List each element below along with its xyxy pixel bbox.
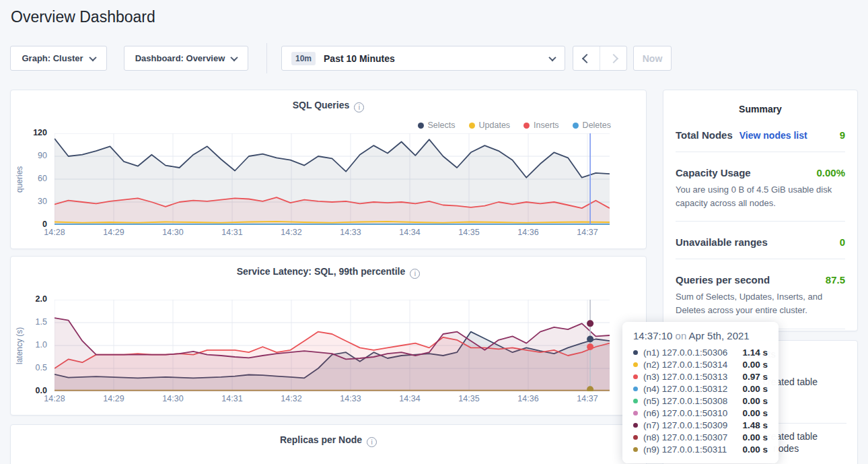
time-range-dropdown[interactable]: 10m Past 10 Minutes — [281, 46, 565, 71]
node-address: (n2) 127.0.0.1:50314 — [643, 360, 727, 370]
node-address: (n5) 127.0.0.1:50308 — [643, 396, 727, 406]
capacity-usage-row: Capacity Usage 0.00% — [676, 167, 845, 178]
x-tick-label: 14:34 — [390, 394, 430, 403]
x-tick-label: 14:34 — [390, 228, 430, 237]
total-nodes-label: Total Nodes — [676, 129, 733, 141]
y-tick-label: 90 — [38, 151, 47, 160]
x-axis-ticks: 14:2814:2914:3014:3114:3214:3314:3414:35… — [55, 394, 610, 405]
node-latency-value: 0.00 s — [742, 444, 768, 455]
x-tick-label: 14:33 — [330, 228, 371, 237]
chart-hover-tooltip: 14:37:10 on Apr 5th, 2021 (n1) 127.0.0.1… — [622, 322, 779, 463]
time-range-label: Past 10 Minutes — [324, 53, 395, 64]
node-address: (n9) 127.0.0.1:50311 — [643, 444, 727, 455]
info-icon[interactable]: i — [410, 269, 420, 279]
x-tick-label: 14:32 — [271, 228, 312, 237]
tooltip-node-row: (n1) 127.0.0.1:503061.14 s — [633, 346, 768, 358]
now-button-label: Now — [643, 53, 663, 64]
unavailable-ranges-value: 0 — [840, 236, 845, 248]
legend-dot — [469, 123, 475, 129]
node-latency-value: 0.00 s — [742, 396, 768, 406]
node-color-dot — [633, 399, 638, 403]
chevron-right-icon — [608, 53, 618, 63]
x-tick-label: 14:36 — [508, 228, 548, 237]
node-color-dot — [633, 362, 638, 367]
node-latency-value: 0.00 s — [742, 432, 768, 442]
x-tick-label: 14:28 — [34, 394, 75, 403]
node-address: (n6) 127.0.0.1:50310 — [643, 408, 727, 418]
legend-item-inserts[interactable]: Inserts — [523, 121, 559, 130]
tooltip-node-row: (n9) 127.0.0.1:503110.00 s — [633, 443, 768, 455]
node-color-dot — [633, 423, 638, 428]
x-tick-label: 14:29 — [94, 228, 134, 237]
queries-per-second-label: Queries per second — [676, 274, 770, 286]
time-forward-button[interactable] — [600, 46, 626, 70]
node-color-dot — [633, 374, 638, 379]
x-tick-label: 14:31 — [212, 394, 252, 403]
service-latency-chart[interactable] — [55, 300, 610, 391]
info-icon[interactable]: i — [367, 437, 377, 447]
y-axis-ticks: 0.00.51.01.52.0 — [28, 300, 51, 391]
y-tick-label: 30 — [38, 197, 47, 206]
dashboard-dropdown[interactable]: Dashboard: Overview — [124, 46, 248, 71]
y-axis-ticks: 0306090120 — [28, 133, 51, 225]
legend-label: Updates — [479, 121, 511, 130]
divider — [676, 221, 845, 222]
tooltip-node-row: (n4) 127.0.0.1:503120.00 s — [633, 383, 768, 395]
x-tick-label: 14:30 — [153, 228, 193, 237]
x-tick-label: 14:35 — [449, 394, 489, 403]
node-color-dot — [633, 350, 638, 355]
total-nodes-value: 9 — [840, 129, 845, 141]
legend-item-deletes[interactable]: Deletes — [573, 121, 611, 130]
chevron-down-icon — [89, 53, 96, 61]
overview-dashboard-page: Overview Dashboard Graph: Cluster Dashbo… — [0, 0, 868, 464]
graph-dropdown[interactable]: Graph: Cluster — [10, 46, 107, 71]
dashboard-dropdown-label: Dashboard: Overview — [135, 53, 225, 63]
node-address: (n7) 127.0.0.1:50309 — [643, 420, 727, 430]
tooltip-node-row: (n2) 127.0.0.1:503140.00 s — [633, 358, 768, 370]
node-color-dot — [633, 387, 638, 391]
tooltip-timestamp: 14:37:10 on Apr 5th, 2021 — [633, 330, 768, 341]
node-latency-value: 0.97 s — [742, 372, 768, 382]
legend-item-updates[interactable]: Updates — [469, 121, 511, 130]
x-tick-label: 14:33 — [330, 394, 371, 403]
total-nodes-row: Total Nodes View nodes list 9 — [676, 129, 845, 141]
legend-item-selects[interactable]: Selects — [418, 121, 456, 130]
chart-title-text: SQL Queries — [293, 100, 350, 110]
x-tick-label: 14:31 — [212, 228, 252, 237]
x-tick-label: 14:37 — [567, 394, 608, 403]
info-icon[interactable]: i — [354, 102, 364, 112]
now-button[interactable]: Now — [633, 46, 672, 71]
x-tick-label: 14:35 — [449, 228, 489, 237]
y-tick-label: 1.0 — [36, 340, 47, 350]
tooltip-on-word: on — [676, 330, 687, 341]
queries-per-second-description: Sum of Selects, Updates, Inserts, and De… — [676, 290, 845, 317]
tooltip-time: 14:37:10 — [633, 330, 672, 341]
y-axis-unit: queries — [15, 133, 24, 225]
view-nodes-list-link[interactable]: View nodes list — [739, 130, 807, 141]
sql-queries-plot[interactable] — [55, 133, 610, 225]
x-tick-label: 14:32 — [271, 394, 312, 403]
tooltip-node-rows: (n1) 127.0.0.1:503061.14 s(n2) 127.0.0.1… — [633, 346, 768, 455]
unavailable-ranges-row: Unavailable ranges 0 — [676, 236, 845, 248]
queries-per-second-value: 87.5 — [826, 274, 845, 286]
y-tick-label: 1.5 — [36, 317, 47, 327]
node-latency-value: 1.48 s — [742, 420, 768, 430]
legend-dot — [523, 123, 530, 129]
service-latency-card: Service Latency: SQL, 99th percentilei l… — [10, 256, 647, 416]
node-latency-value: 0.00 s — [742, 360, 768, 370]
x-tick-label: 14:37 — [567, 228, 608, 237]
page-title: Overview Dashboard — [11, 8, 155, 26]
graph-dropdown-label: Graph: Cluster — [22, 53, 83, 63]
time-back-button[interactable] — [573, 46, 600, 70]
service-latency-title: Service Latency: SQL, 99th percentilei — [11, 266, 646, 279]
y-tick-label: 2.0 — [36, 294, 47, 304]
chevron-down-icon — [548, 53, 556, 61]
tooltip-node-row: (n6) 127.0.0.1:503100.00 s — [633, 407, 768, 419]
node-latency-value: 0.00 s — [742, 408, 768, 418]
summary-panel: Summary Total Nodes View nodes list 9 Ca… — [663, 90, 858, 331]
sql-queries-chart[interactable] — [55, 133, 610, 225]
chevron-left-icon — [581, 53, 591, 63]
sql-queries-card: SQL Queriesi SelectsUpdatesInsertsDelete… — [10, 90, 647, 249]
x-tick-label: 14:30 — [153, 394, 193, 403]
service-latency-plot[interactable] — [55, 300, 610, 391]
